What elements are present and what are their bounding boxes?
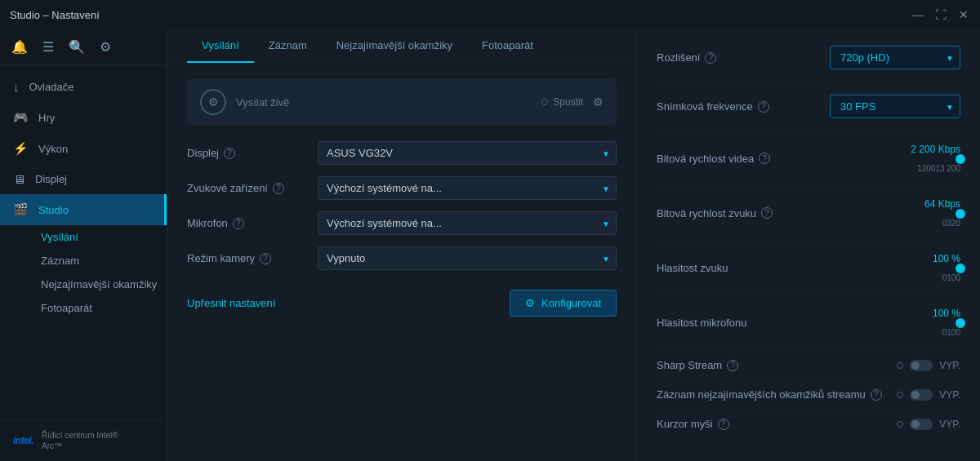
config-button[interactable]: ⚙ Konfigurovat (510, 290, 617, 317)
record-highlights-toggle[interactable] (910, 389, 933, 401)
mic-help-icon[interactable]: ? (233, 218, 244, 229)
sidebar-item-games[interactable]: 🎮 Hry (0, 102, 167, 133)
audio-volume-slider: 100 % 0 100 (813, 253, 960, 282)
resolution-label: Rozlišení ? (657, 51, 716, 64)
stream-settings-icon[interactable]: ⚙ (593, 95, 604, 109)
sharp-stream-help-icon[interactable]: ? (727, 360, 738, 371)
maximize-button[interactable]: ⛶ (934, 8, 947, 21)
audio-bitrate-labels: 0 320 (942, 219, 960, 228)
display-select-wrapper: ASUS VG32V (318, 141, 617, 165)
camera-control: Vypnuto (318, 246, 617, 270)
sidebar-sub-highlights[interactable]: Nejzajímavější okamžiky (34, 273, 167, 296)
audio-volume-value: 100 % (933, 253, 960, 264)
mouse-cursor-row: Kurzor myši ? VYP. (657, 409, 960, 438)
notification-icon[interactable]: 🔔 (11, 39, 28, 55)
minimize-button[interactable]: — (911, 8, 924, 21)
audio-bitrate-thumb (956, 209, 965, 219)
resolution-row: Rozlišení ? 720p (HD) (657, 46, 960, 69)
form-row-mic: Mikrofon ? Výchozí systémové na... (187, 211, 617, 235)
intel-text-line1: Řídicí centrum Intel® (42, 430, 118, 441)
display-select[interactable]: ASUS VG32V (318, 141, 617, 165)
mouse-cursor-status: VYP. (939, 419, 960, 430)
video-bitrate-labels: 1200 13 200 (917, 164, 960, 173)
display-control: ASUS VG32V (318, 141, 617, 165)
sharp-stream-toggle-right: VYP. (897, 360, 960, 371)
video-bitrate-row: Bitová rychlost videa ? 2 200 Kbps 1200 (657, 144, 960, 173)
mic-label: Mikrofon ? (187, 217, 318, 229)
window-controls: — ⛶ ✕ (911, 8, 970, 21)
mouse-cursor-help-icon[interactable]: ? (718, 419, 729, 430)
search-icon[interactable]: 🔍 (69, 39, 85, 55)
live-left: ⚙ Vysílat živě (200, 89, 289, 115)
main-panel: Vysílání Záznam Nejzajímavější okamžiky … (167, 29, 637, 461)
sharp-stream-dot-icon (897, 362, 903, 369)
refine-link[interactable]: Upřesnit nastavení (187, 297, 275, 309)
fps-help-icon[interactable]: ? (758, 101, 769, 113)
divider-4 (657, 241, 960, 242)
audio-bitrate-help-icon[interactable]: ? (761, 207, 773, 219)
tab-fotoaparat[interactable]: Fotoaparát (467, 29, 548, 63)
live-right: Spustit ⚙ (541, 95, 604, 109)
audio-volume-max: 100 (947, 273, 960, 282)
camera-label: Režim kamery ? (187, 252, 318, 264)
resolution-dropdown-wrapper: 720p (HD) (830, 46, 960, 69)
audio-bitrate-row: Bitová rychlost zvuku ? 64 Kbps 0 (657, 198, 960, 228)
display-help-icon[interactable]: ? (224, 148, 235, 159)
form-row-display: Displej ? ASUS VG32V (187, 141, 617, 165)
mic-volume-value: 100 % (933, 308, 960, 319)
tab-zaznam[interactable]: Záznam (254, 29, 322, 63)
fps-select[interactable]: 30 FPS (830, 95, 960, 118)
menu-icon[interactable]: ☰ (42, 39, 54, 55)
sidebar-item-label: Výkon (38, 143, 68, 155)
record-highlights-toggle-right: VYP. (897, 389, 960, 401)
audio-volume-label: Hlasitost zvuku (657, 262, 728, 274)
sidebar-sub-zaznam[interactable]: Záznam (34, 249, 167, 273)
video-bitrate-min: 1200 (917, 164, 935, 173)
divider-2 (657, 131, 960, 132)
stream-toggle[interactable]: Spustit (541, 96, 583, 108)
mouse-cursor-label: Kurzor myši ? (657, 418, 729, 430)
sharp-stream-toggle[interactable] (910, 360, 933, 371)
stream-gear-icon: ⚙ (200, 89, 226, 115)
audio-bitrate-value: 64 Kbps (924, 198, 960, 210)
main-layout: 🔔 ☰ 🔍 ⚙ ↓ Ovladače 🎮 Hry ⚡ Výkon (0, 29, 980, 461)
audio-volume-row: Hlasitost zvuku 100 % 0 100 (657, 253, 960, 282)
audio-select[interactable]: Výchozí systémové na... (318, 176, 617, 200)
audio-label: Zvukové zařízení ? (187, 182, 318, 194)
tab-vysilani[interactable]: Vysílání (187, 29, 254, 63)
sidebar-sub-vysilani[interactable]: Vysílání (34, 225, 167, 249)
divider-5 (657, 295, 960, 296)
sidebar: 🔔 ☰ 🔍 ⚙ ↓ Ovladače 🎮 Hry ⚡ Výkon (0, 29, 167, 461)
audio-control: Výchozí systémové na... (318, 176, 617, 200)
fps-dropdown-wrapper: 30 FPS (830, 95, 960, 118)
tab-highlights[interactable]: Nejzajímavější okamžiky (322, 29, 467, 63)
mouse-cursor-dot-icon (897, 421, 903, 428)
mouse-cursor-toggle[interactable] (910, 419, 933, 430)
sidebar-nav: ↓ Ovladače 🎮 Hry ⚡ Výkon 🖥 Displej 🎬 (0, 65, 167, 419)
config-icon: ⚙ (525, 297, 535, 309)
sharp-stream-label: Sharp Stream ? (657, 359, 738, 371)
sidebar-item-performance[interactable]: ⚡ Výkon (0, 133, 167, 164)
video-bitrate-help-icon[interactable]: ? (759, 153, 770, 164)
camera-help-icon[interactable]: ? (260, 253, 271, 264)
sidebar-item-studio[interactable]: 🎬 Studio (0, 194, 167, 225)
divider-3 (657, 186, 960, 187)
close-button[interactable]: ✕ (957, 8, 970, 21)
audio-help-icon[interactable]: ? (273, 183, 284, 194)
video-bitrate-max: 13 200 (935, 164, 960, 173)
resolution-select[interactable]: 720p (HD) (830, 46, 960, 69)
camera-select[interactable]: Vypnuto (318, 246, 617, 270)
record-highlights-row: Záznam nejzajímavějších okamžiků streamu… (657, 379, 960, 409)
sidebar-item-display[interactable]: 🖥 Displej (0, 164, 167, 194)
audio-bitrate-max: 320 (947, 219, 960, 228)
sharp-stream-status: VYP. (939, 360, 960, 371)
main-content: ⚙ Vysílat živě Spustit ⚙ (167, 63, 636, 461)
bottom-row: Upřesnit nastavení ⚙ Konfigurovat (187, 290, 617, 317)
record-highlights-help-icon[interactable]: ? (871, 389, 882, 401)
mic-select[interactable]: Výchozí systémové na... (318, 211, 617, 235)
resolution-help-icon[interactable]: ? (705, 52, 716, 64)
gear-icon[interactable]: ⚙ (100, 39, 111, 55)
sidebar-item-drivers[interactable]: ↓ Ovladače (0, 72, 167, 102)
sharp-stream-row: Sharp Stream ? VYP. (657, 350, 960, 379)
sidebar-sub-fotoaparat[interactable]: Fotoaparát (34, 296, 167, 320)
